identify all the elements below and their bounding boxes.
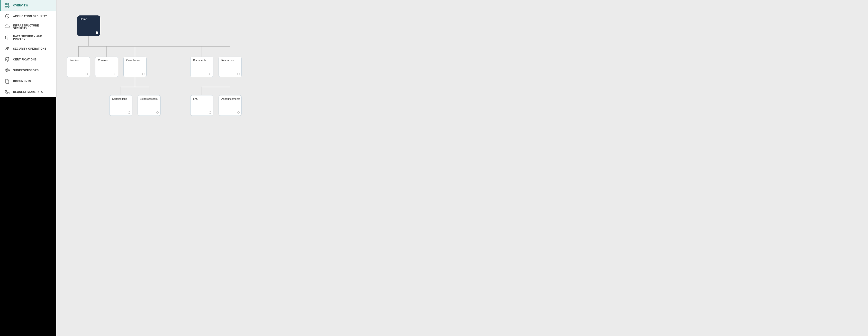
sidebar-label-overview: OVERVIEW xyxy=(13,4,28,7)
svg-line-18 xyxy=(8,70,8,71)
node-announcements-dot xyxy=(237,112,240,114)
svg-point-6 xyxy=(5,36,9,37)
node-documents-dot xyxy=(209,73,211,75)
node-compliance-label: Compliance xyxy=(126,59,140,62)
sidebar-label-subproc: SUBPROCESSORS xyxy=(13,69,39,72)
subproc-icon xyxy=(4,67,10,73)
node-documents-label: Documents xyxy=(193,59,206,62)
node-controls[interactable]: Controls xyxy=(95,57,118,77)
svg-point-7 xyxy=(6,47,7,49)
node-resources-label: Resources xyxy=(221,59,234,62)
node-faq-dot xyxy=(209,112,211,114)
node-policies[interactable]: Policies xyxy=(67,57,90,77)
sidebar-item-certifications[interactable]: CERTIFICATIONS xyxy=(0,54,56,65)
svg-rect-11 xyxy=(5,70,6,71)
people-icon xyxy=(4,46,10,52)
diagram-tree: Home Policies Controls Compliance Docume… xyxy=(64,10,285,134)
node-controls-dot xyxy=(114,73,116,75)
shield-icon xyxy=(4,13,10,19)
node-controls-label: Controls xyxy=(98,59,107,62)
svg-rect-1 xyxy=(7,3,9,5)
sidebar-label-secops: SECURITY OPERATIONS xyxy=(13,47,46,50)
svg-point-4 xyxy=(8,6,9,7)
svg-line-15 xyxy=(6,69,7,70)
svg-line-17 xyxy=(8,69,8,70)
svg-point-5 xyxy=(7,16,8,17)
node-policies-label: Policies xyxy=(70,59,79,62)
node-certifications[interactable]: Certifications xyxy=(109,95,132,116)
sidebar-label-request: REQUEST MORE INFO xyxy=(13,91,43,93)
sidebar-label-docs: DOCUMENTS xyxy=(13,80,31,83)
sidebar-item-request-more-info[interactable]: REQUEST MORE INFO xyxy=(0,87,56,97)
svg-rect-2 xyxy=(5,6,7,7)
svg-line-16 xyxy=(6,70,7,71)
sidebar: − OVERVIEW APPLICATION SECURITY xyxy=(0,0,57,336)
doc-icon xyxy=(4,78,10,84)
sidebar-item-overview[interactable]: OVERVIEW xyxy=(0,0,56,11)
sidebar-item-application-security[interactable]: APPLICATION SECURITY xyxy=(0,11,56,22)
node-certifications-label: Certifications xyxy=(112,97,127,100)
node-resources-dot xyxy=(237,73,240,75)
node-home-dot xyxy=(96,31,98,34)
sidebar-label-infra: INFRASTRUCTURE SECURITY xyxy=(13,24,53,30)
sidebar-item-infrastructure-security[interactable]: INFRASTRUCTURE SECURITY xyxy=(0,22,56,32)
node-faq[interactable]: FAQ xyxy=(190,95,213,116)
sidebar-minimize-button[interactable]: − xyxy=(50,2,54,6)
node-certifications-dot xyxy=(128,112,130,114)
sidebar-bottom-area xyxy=(0,97,56,336)
node-faq-label: FAQ xyxy=(193,97,198,100)
node-compliance-dot xyxy=(142,73,145,75)
main-content: Home Policies Controls Compliance Docume… xyxy=(57,0,868,336)
node-home[interactable]: Home xyxy=(77,16,100,36)
sidebar-label-cert: CERTIFICATIONS xyxy=(13,58,37,61)
svg-rect-14 xyxy=(8,70,9,71)
node-documents[interactable]: Documents xyxy=(190,57,213,77)
node-subprocessors-label: Subprocessors xyxy=(141,97,158,100)
svg-rect-0 xyxy=(5,3,7,5)
node-policies-dot xyxy=(86,73,88,75)
sidebar-item-security-operations[interactable]: SECURITY OPERATIONS xyxy=(0,43,56,54)
svg-point-8 xyxy=(7,47,9,49)
node-subprocessors[interactable]: Subprocessors xyxy=(137,95,161,116)
cert-icon xyxy=(4,57,10,62)
svg-rect-13 xyxy=(7,71,8,72)
cloud-icon xyxy=(4,24,10,30)
node-compliance[interactable]: Compliance xyxy=(123,57,147,77)
svg-rect-12 xyxy=(7,69,8,70)
database-icon xyxy=(4,35,10,41)
sidebar-item-data-security[interactable]: DATA SECURITY AND PRIVACY xyxy=(0,32,56,43)
phone-icon xyxy=(4,89,10,95)
node-announcements[interactable]: Announcements xyxy=(219,95,242,116)
svg-point-10 xyxy=(6,59,8,60)
node-announcements-label: Announcements xyxy=(221,97,240,100)
overview-icon xyxy=(4,3,10,8)
sidebar-item-documents[interactable]: DOCUMENTS xyxy=(0,75,56,87)
node-home-label: Home xyxy=(80,18,87,21)
sidebar-item-subprocessors[interactable]: SUBPROCESSORS xyxy=(0,65,56,75)
sidebar-label-app-sec: APPLICATION SECURITY xyxy=(13,15,47,18)
node-subprocessors-dot xyxy=(156,112,159,114)
node-resources[interactable]: Resources xyxy=(219,57,242,77)
sidebar-label-data: DATA SECURITY AND PRIVACY xyxy=(13,35,53,41)
